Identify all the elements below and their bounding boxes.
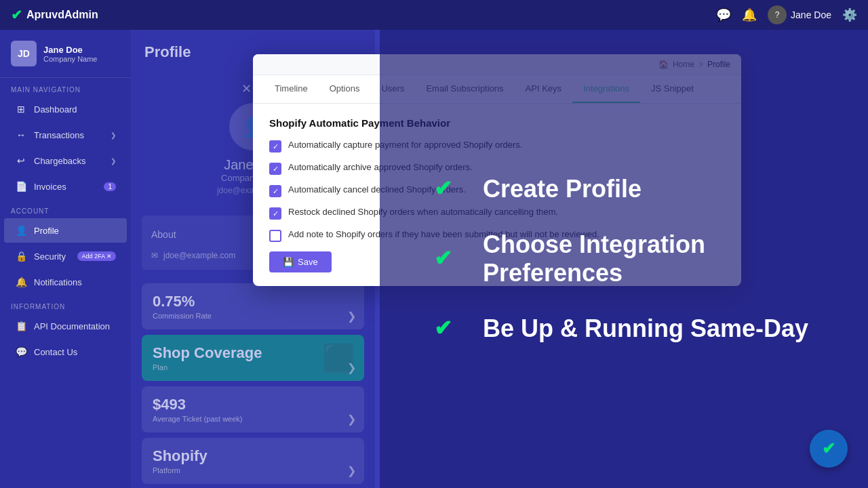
security-label: Security	[34, 251, 66, 262]
sidebar-avatar: JD	[11, 41, 37, 66]
checkbox-5[interactable]	[269, 230, 281, 242]
sidebar-item-security[interactable]: 🔒 Security Add 2FA ✕	[4, 244, 127, 268]
promo-overlay: ✔ Create Profile ✔ Choose Integration Pr…	[380, 30, 868, 488]
save-label: Save	[298, 257, 318, 267]
dashboard-icon: ⊞	[15, 104, 27, 115]
account-label: ACCOUNT	[0, 199, 131, 218]
ticket-arrow: ❯	[347, 413, 356, 426]
floating-chat-button[interactable]: ✔	[810, 430, 848, 468]
svg-text:✔: ✔	[434, 316, 452, 340]
chevron-icon: ❯	[111, 131, 116, 139]
info-label: INFORMATION	[0, 295, 131, 313]
svg-text:✔: ✔	[434, 176, 452, 201]
ticket-value: $493	[153, 396, 353, 413]
commission-label: Commission Rate	[153, 312, 353, 320]
content-area: Profile ✕ ▪ 👤 Jane Doe Company Name jdoe…	[131, 30, 868, 488]
notifications-label: Notifications	[34, 277, 82, 287]
main-layout: JD Jane Doe Company Name MAIN NAVIGATION…	[0, 30, 868, 488]
promo-icon-2: ✔	[434, 245, 469, 272]
promo-item-3: ✔ Be Up & Running Same-Day	[434, 314, 814, 343]
promo-item-2: ✔ Choose Integration Preferences	[434, 230, 814, 287]
about-email: jdoe@example.com	[163, 251, 235, 260]
sidebar-item-notifications[interactable]: 🔔 Notifications	[4, 270, 127, 294]
platform-label: Platform	[153, 466, 353, 474]
avatar: ?	[768, 5, 787, 24]
save-button[interactable]: 💾 Save	[269, 251, 332, 272]
dashboard-label: Dashboard	[34, 104, 77, 115]
invoices-badge: 1	[104, 182, 116, 191]
checkbox-4[interactable]	[269, 207, 281, 220]
sidebar-user-name: Jane Doe	[43, 45, 97, 55]
svg-text:✔: ✔	[434, 246, 452, 270]
sidebar-item-profile[interactable]: 👤 Profile	[4, 218, 127, 243]
logo-checkmark: ✔	[11, 7, 22, 23]
invoices-label: Invoices	[34, 182, 66, 192]
email-icon: ✉	[151, 251, 158, 260]
chargebacks-label: Chargebacks	[34, 156, 86, 166]
bell-icon[interactable]: 🔔	[742, 7, 757, 22]
logo: ✔ ApruvdAdmin	[11, 7, 98, 23]
checkbox-3[interactable]	[269, 185, 281, 197]
contact-icon: 💬	[15, 346, 27, 357]
sidebar-item-transactions[interactable]: ↔ Transactions ❯	[4, 123, 127, 147]
checkbox-1[interactable]	[269, 140, 281, 152]
promo-text-3: Be Up & Running Same-Day	[483, 314, 808, 343]
invoices-icon: 📄	[15, 181, 27, 192]
nav-actions: 💬 🔔 ? Jane Doe ⚙️	[716, 5, 857, 24]
platform-value: Shopify	[153, 447, 353, 465]
sidebar-item-contact[interactable]: 💬 Contact Us	[4, 340, 127, 364]
user-name: Jane Doe	[791, 9, 831, 20]
coverage-arrow: ❯	[347, 361, 356, 374]
sidebar-item-chargebacks[interactable]: ↩ Chargebacks ❯	[4, 148, 127, 173]
transactions-icon: ↔	[15, 129, 27, 140]
commission-arrow: ❯	[347, 310, 356, 323]
commission-card: 0.75% Commission Rate ❯	[142, 283, 364, 329]
sidebar-user: JD Jane Doe Company Name	[0, 30, 131, 78]
chat-icon[interactable]: 💬	[716, 7, 731, 22]
security-badge: Add 2FA ✕	[77, 251, 116, 261]
promo-item-1: ✔ Create Profile	[434, 175, 814, 203]
chargebacks-icon: ↩	[15, 155, 27, 166]
sidebar-user-info: Jane Doe Company Name	[43, 45, 97, 63]
ticket-label: Average Ticket (past week)	[153, 415, 353, 423]
about-label: About	[151, 229, 176, 240]
transactions-label: Transactions	[34, 130, 84, 140]
user-menu[interactable]: ? Jane Doe	[768, 5, 831, 24]
sidebar-user-company: Company Name	[43, 55, 97, 63]
brand-name: ApruvdAdmin	[26, 9, 98, 21]
tab-timeline[interactable]: Timeline	[264, 75, 319, 103]
promo-text-1: Create Profile	[483, 175, 642, 203]
sidebar-item-invoices[interactable]: 📄 Invoices 1	[4, 174, 127, 199]
profile-label: Profile	[34, 226, 59, 236]
api-docs-label: API Documentation	[34, 321, 110, 331]
tab-options[interactable]: Options	[319, 75, 371, 103]
promo-text-2: Choose Integration Preferences	[483, 230, 814, 287]
security-icon: 🔒	[15, 251, 27, 262]
sidebar: JD Jane Doe Company Name MAIN NAVIGATION…	[0, 30, 131, 488]
stats-cards: 0.75% Commission Rate ❯ Shop Coverage Pl…	[131, 277, 375, 488]
nav-brand: ✔ ApruvdAdmin	[11, 7, 98, 23]
top-navigation: ✔ ApruvdAdmin 💬 🔔 ? Jane Doe ⚙️	[0, 0, 868, 30]
platform-arrow: ❯	[347, 464, 356, 477]
sidebar-item-api-docs[interactable]: 📋 API Documentation	[4, 314, 127, 338]
promo-icon-3: ✔	[434, 315, 469, 342]
checkbox-2[interactable]	[269, 163, 281, 175]
platform-card: Shopify Platform ❯	[142, 438, 364, 484]
sidebar-item-dashboard[interactable]: ⊞ Dashboard	[4, 97, 127, 121]
profile-icon: 👤	[15, 225, 27, 236]
commission-value: 0.75%	[153, 293, 353, 310]
coverage-card: Shop Coverage Plan ⬛ ❯	[142, 335, 364, 381]
ticket-card: $493 Average Ticket (past week) ❯	[142, 386, 364, 432]
api-docs-icon: 📋	[15, 321, 27, 331]
chevron-right-icon: ❯	[111, 157, 116, 165]
contact-label: Contact Us	[34, 347, 77, 357]
floating-btn-icon: ✔	[822, 439, 835, 458]
promo-icon-1: ✔	[434, 176, 469, 203]
delete-icon[interactable]: ✕	[241, 81, 252, 96]
settings-icon[interactable]: ⚙️	[842, 7, 857, 22]
notifications-icon: 🔔	[15, 277, 27, 287]
save-icon: 💾	[283, 257, 294, 267]
main-nav-label: MAIN NAVIGATION	[0, 78, 131, 96]
